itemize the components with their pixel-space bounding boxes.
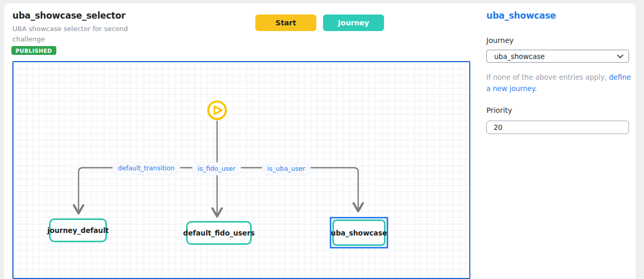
status-badge: PUBLISHED: [11, 46, 56, 55]
journey-select[interactable]: uba_showcase: [486, 50, 629, 63]
priority-field-label: Priority: [486, 106, 512, 114]
node-journey-default[interactable]: journey_default: [49, 218, 107, 242]
edge-label-default-transition[interactable]: default_transition: [113, 162, 180, 174]
node-selection-outline[interactable]: uba_showcase: [330, 217, 388, 248]
panel-note: If none of the above entries apply, defi…: [486, 72, 635, 94]
panel-title: uba_showcase: [486, 10, 556, 21]
journey-button[interactable]: Journey: [323, 14, 384, 31]
edge-label-is-fido-user[interactable]: is_fido_user: [192, 163, 240, 175]
panel-note-text: If none of the above entries apply,: [486, 73, 607, 81]
chevron-down-icon: [617, 54, 623, 58]
flow-canvas[interactable]: default_transition is_fido_user is_uba_u…: [12, 61, 470, 279]
play-icon[interactable]: [208, 101, 226, 119]
node-default-fido-users[interactable]: default_fido_users: [186, 221, 252, 245]
edge-label-is-uba-user[interactable]: is_uba_user: [262, 163, 310, 175]
priority-input[interactable]: [486, 121, 629, 134]
start-button[interactable]: Start: [255, 14, 316, 31]
page-subtitle: UBA showcase selector for second challen…: [12, 24, 142, 44]
node-uba-showcase[interactable]: uba_showcase: [332, 219, 386, 246]
page-title: uba_showcase_selector: [12, 10, 126, 21]
flow-edges: [13, 62, 470, 279]
journey-field-label: Journey: [486, 36, 514, 45]
journey-select-value: uba_showcase: [494, 52, 617, 61]
